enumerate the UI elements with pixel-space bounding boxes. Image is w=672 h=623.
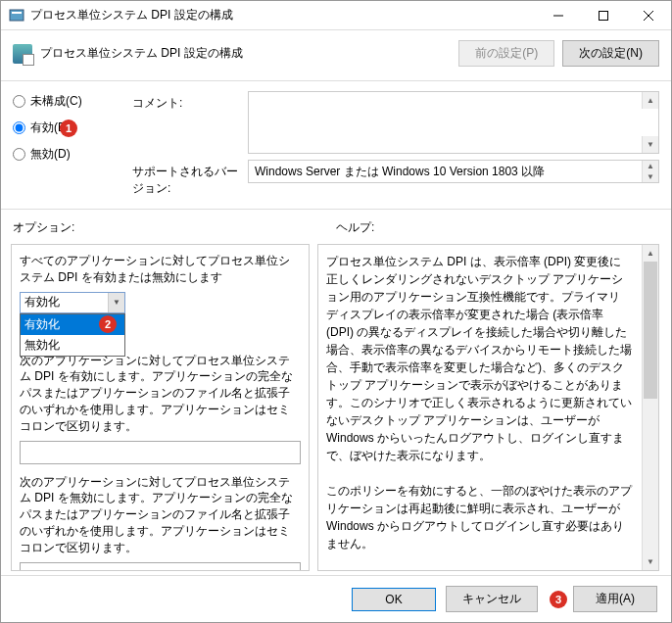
scrollbar[interactable]: ▲ ▼ (642, 245, 658, 570)
scroll-down-icon[interactable]: ▼ (642, 171, 658, 182)
scroll-up-icon[interactable]: ▲ (642, 161, 658, 171)
comment-textarea[interactable]: ▲ ▼ (248, 91, 659, 154)
disable-apps-label: 次のアプリケーションに対してプロセス単位システム DPI を無効にします。アプリ… (20, 474, 301, 556)
chevron-down-icon[interactable]: ▼ (108, 293, 124, 312)
maximize-button[interactable] (581, 1, 626, 29)
policy-icon (13, 44, 32, 64)
annotation-badge-3: 3 (550, 591, 567, 608)
dropdown-item-enable[interactable]: 有効化 2 (21, 314, 124, 335)
options-panel: すべてのアプリケーションに対してプロセス単位システム DPI を有効または無効に… (11, 244, 310, 571)
app-icon (9, 8, 24, 24)
radio-label: 未構成(C) (30, 93, 82, 110)
scroll-up-icon[interactable]: ▲ (642, 92, 658, 109)
options-heading: オプション: (13, 219, 336, 236)
help-heading: ヘルプ: (336, 219, 374, 236)
annotation-badge-1: 1 (60, 120, 77, 137)
radio-disabled[interactable]: 無効(D) (13, 146, 120, 163)
svg-rect-1 (12, 12, 22, 14)
all-apps-label: すべてのアプリケーションに対してプロセス単位システム DPI を有効または無効に… (20, 253, 301, 286)
help-text: プロセス単位システム DPI は、表示倍率 (DPI) 変更後に正しくレンダリン… (326, 253, 650, 571)
ok-button[interactable]: OK (352, 588, 436, 611)
supported-version-text: Windows Server または Windows 10 Version 18… (248, 160, 659, 183)
close-button[interactable] (626, 1, 671, 29)
minimize-button[interactable] (536, 1, 581, 29)
apply-button[interactable]: 適用(A) (573, 586, 657, 612)
supported-version-value: Windows Server または Windows 10 Version 18… (255, 165, 545, 178)
cancel-button[interactable]: キャンセル (446, 586, 538, 612)
previous-setting-button: 前の設定(P) (458, 40, 554, 67)
scroll-down-icon[interactable]: ▼ (643, 553, 658, 570)
comment-label: コメント: (132, 91, 240, 112)
help-panel: プロセス単位システム DPI は、表示倍率 (DPI) 変更後に正しくレンダリン… (317, 244, 659, 571)
enable-apps-label: 次のアプリケーションに対してプロセス単位システム DPI を有効にします。アプリ… (20, 353, 301, 435)
radio-label: 無効(D) (30, 146, 71, 163)
enable-apps-input[interactable] (20, 441, 301, 464)
dropdown-value: 有効化 (24, 294, 60, 311)
scroll-down-icon[interactable]: ▼ (642, 136, 658, 153)
radio-not-configured[interactable]: 未構成(C) (13, 93, 120, 110)
dropdown-item-label: 有効化 (24, 317, 60, 331)
policy-title: プロセス単位システム DPI 設定の構成 (40, 45, 451, 62)
supported-label: サポートされるバージョン: (132, 160, 240, 197)
svg-rect-3 (600, 11, 608, 20)
scrollbar-thumb[interactable] (644, 262, 657, 399)
radio-enabled[interactable]: 有効(E) 1 (13, 120, 120, 136)
window-title: プロセス単位システム DPI 設定の構成 (30, 7, 536, 24)
dropdown-item-disable[interactable]: 無効化 (21, 335, 124, 356)
annotation-badge-2: 2 (99, 315, 117, 333)
next-setting-button[interactable]: 次の設定(N) (562, 40, 659, 67)
enable-disable-dropdown[interactable]: 有効化 ▼ 有効化 2 無効化 (20, 292, 125, 313)
svg-rect-0 (10, 10, 24, 21)
disable-apps-input[interactable] (20, 562, 301, 571)
titlebar: プロセス単位システム DPI 設定の構成 (1, 1, 671, 30)
scroll-up-icon[interactable]: ▲ (643, 245, 658, 262)
dropdown-list: 有効化 2 無効化 (20, 313, 125, 357)
